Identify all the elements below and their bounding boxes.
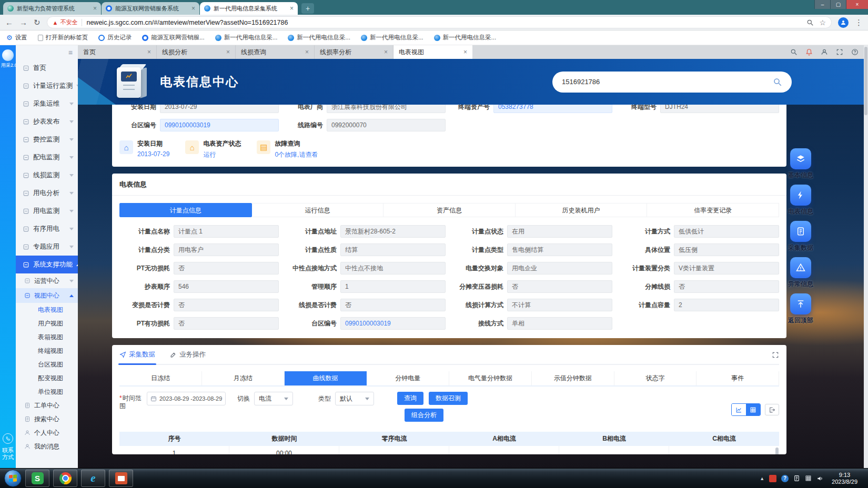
bookmark-settings[interactable]: ⚙设置 bbox=[6, 34, 27, 42]
query-button[interactable]: 查询 bbox=[397, 392, 423, 405]
tab-close-icon[interactable]: × bbox=[384, 48, 388, 56]
sidebar-item-operation-center[interactable]: 运营中心 bbox=[16, 273, 78, 288]
tab-business-ops[interactable]: 业务操作 bbox=[170, 350, 206, 359]
taskbar-ie[interactable]: e bbox=[81, 470, 105, 487]
taskbar-chrome[interactable] bbox=[53, 470, 77, 487]
tray-doc-icon[interactable] bbox=[793, 475, 800, 482]
bookmark-history[interactable]: 历史记录 bbox=[98, 34, 132, 42]
sidebar-item-line-loss-monitor[interactable]: 线损监测 bbox=[16, 166, 78, 184]
date-range-input[interactable]: 2023-08-29 -2023-08-29 bbox=[147, 392, 226, 405]
sidebar-item-meter-view[interactable]: 电表视图 bbox=[16, 303, 78, 317]
volume-icon[interactable] bbox=[816, 475, 824, 482]
tab-events[interactable]: 事件 bbox=[697, 371, 779, 385]
anchor-abnormal-info[interactable]: 异常信息 bbox=[788, 257, 813, 289]
switch-select[interactable]: 电流 bbox=[254, 392, 293, 405]
asset-search-box[interactable] bbox=[552, 72, 792, 93]
tab-metering-point-info[interactable]: 计量点信息 bbox=[119, 203, 252, 217]
sidebar-item-collection-ops[interactable]: 采集运维 bbox=[16, 95, 78, 113]
help-icon[interactable] bbox=[851, 48, 859, 56]
sidebar-item-system-support[interactable]: 系统支撑功能 bbox=[16, 256, 78, 273]
bookmark-star-icon[interactable]: ☆ bbox=[819, 18, 826, 27]
tab-history-users[interactable]: 历史装机用户 bbox=[516, 203, 648, 217]
tab-close-icon[interactable]: × bbox=[290, 5, 294, 12]
tab-collect-data[interactable]: 采集数据 bbox=[119, 350, 155, 359]
close-button[interactable]: × bbox=[846, 0, 868, 9]
type-select[interactable]: 默认 bbox=[335, 392, 374, 405]
browser-tab-marketing[interactable]: 能源互联网营销服务系统 × bbox=[102, 2, 199, 15]
sidebar-item-power-analysis[interactable]: 用电分析 bbox=[16, 184, 78, 202]
sidebar-item-special-topics[interactable]: 专题应用 bbox=[16, 238, 78, 256]
bookmark-marketing[interactable]: 能源互联网营销服... bbox=[142, 34, 205, 42]
tab-close-icon[interactable]: × bbox=[191, 5, 195, 12]
search-icon[interactable] bbox=[806, 19, 814, 26]
sidebar-item-search-center[interactable]: 搜索中心 bbox=[16, 412, 78, 426]
sidebar-item-metering-monitor[interactable]: 计量运行监测 bbox=[16, 77, 78, 95]
app-tab-lineloss-rate[interactable]: 线损率分析× bbox=[315, 45, 393, 59]
sidebar-item-user-view[interactable]: 用户视图 bbox=[16, 317, 78, 330]
sidebar-item-home[interactable]: 首页 bbox=[16, 59, 78, 77]
search-icon[interactable] bbox=[773, 77, 782, 87]
taskbar-wps[interactable]: S bbox=[25, 470, 49, 487]
anchor-collect-data[interactable]: 采集数据 bbox=[788, 221, 813, 252]
sidebar-item-transformer-view[interactable]: 配变视图 bbox=[16, 371, 78, 385]
fault-link[interactable]: 0个故障,请查看 bbox=[275, 150, 318, 159]
tray-grid-icon[interactable] bbox=[805, 475, 812, 482]
bookmark-collection-2[interactable]: 新一代用电信息采... bbox=[288, 34, 350, 42]
asset-search-input[interactable] bbox=[562, 78, 768, 86]
sidebar-item-work-order-center[interactable]: 工单中心 bbox=[16, 399, 78, 412]
page-scrollbar[interactable] bbox=[864, 45, 868, 468]
sidebar-item-fee-control[interactable]: 费控监测 bbox=[16, 130, 78, 148]
tab-electrical-minute-data[interactable]: 电气量分钟数据 bbox=[449, 371, 532, 385]
bell-icon[interactable] bbox=[805, 48, 813, 56]
app-tab-lineloss-query[interactable]: 线损查询× bbox=[236, 45, 315, 59]
bookmark-new-tab[interactable]: 打开新的标签页 bbox=[38, 34, 88, 42]
expand-icon[interactable] bbox=[772, 351, 779, 359]
search-icon[interactable] bbox=[790, 48, 798, 56]
start-button[interactable] bbox=[4, 470, 22, 487]
bookmark-collection-4[interactable]: 新一代用电信息采... bbox=[434, 34, 497, 42]
sidebar-item-personal-center[interactable]: 个人中心 bbox=[16, 426, 78, 440]
sidebar-collapse-icon[interactable]: ≡ bbox=[68, 48, 73, 57]
station-no-link[interactable]: 0990100003019 bbox=[160, 119, 279, 131]
tab-close-icon[interactable]: × bbox=[147, 48, 151, 56]
tab-close-icon[interactable]: × bbox=[305, 48, 309, 56]
taskbar-clock[interactable]: 9:13 2023/8/29 bbox=[829, 472, 861, 485]
sidebar-item-orderly-power[interactable]: 有序用电 bbox=[16, 220, 78, 238]
new-tab-button[interactable]: + bbox=[301, 3, 314, 14]
export-button[interactable] bbox=[765, 404, 779, 415]
sidebar-item-unit-view[interactable]: 单位视图 bbox=[16, 385, 78, 399]
tab-reading-minute-data[interactable]: 示值分钟数据 bbox=[532, 371, 614, 385]
browser-tab-load-mgmt[interactable]: 新型电力负荷管理系统 × bbox=[3, 2, 101, 15]
table-view-button[interactable] bbox=[746, 404, 760, 415]
tab-monthly-freeze[interactable]: 月冻结 bbox=[202, 371, 285, 385]
forward-icon[interactable]: → bbox=[19, 18, 27, 26]
tray-app-icon[interactable] bbox=[769, 475, 776, 482]
tray-help-icon[interactable]: ? bbox=[781, 475, 789, 482]
sidebar-item-view-center[interactable]: 视图中心 bbox=[16, 288, 78, 303]
bookmark-collection-1[interactable]: 新一代用电信息采... bbox=[215, 34, 278, 42]
table-scrollbar[interactable] bbox=[775, 448, 779, 454]
sidebar-item-power-monitor[interactable]: 用电监测 bbox=[16, 202, 78, 220]
back-icon[interactable]: ← bbox=[5, 18, 13, 26]
terminal-asset-link[interactable]: 0538273778 bbox=[493, 105, 612, 113]
app-tab-home[interactable]: 首页× bbox=[78, 45, 157, 59]
app-tab-meter-view[interactable]: 电表视图× bbox=[393, 45, 472, 59]
tab-daily-freeze[interactable]: 日冻结 bbox=[119, 371, 202, 385]
sidebar-item-terminal-view[interactable]: 终端视图 bbox=[16, 344, 78, 358]
sidebar-item-meter-reading[interactable]: 抄表发布 bbox=[16, 113, 78, 130]
tab-minute-energy[interactable]: 分钟电量 bbox=[367, 371, 449, 385]
tray-expand-icon[interactable]: ▲ bbox=[760, 476, 764, 481]
bookmark-collection-3[interactable]: 新一代用电信息采... bbox=[361, 34, 423, 42]
taskbar-powerpoint[interactable] bbox=[109, 470, 133, 487]
contact-widget[interactable]: 联系 方式 bbox=[0, 433, 16, 461]
profile-avatar[interactable] bbox=[838, 17, 849, 28]
combine-analysis-button[interactable]: 组合分析 bbox=[405, 409, 443, 422]
browser-tab-collection-system[interactable]: 新一代用电信息采集系统 × bbox=[200, 2, 298, 15]
chart-view-button[interactable] bbox=[732, 404, 746, 415]
tab-close-icon[interactable]: × bbox=[463, 48, 467, 56]
tab-status-word[interactable]: 状态字 bbox=[614, 371, 697, 385]
sidebar-item-my-messages[interactable]: 我的消息 bbox=[16, 440, 78, 453]
fullscreen-icon[interactable] bbox=[836, 48, 843, 56]
maximize-button[interactable]: ▢ bbox=[830, 0, 846, 9]
tab-close-icon[interactable]: × bbox=[93, 5, 97, 12]
